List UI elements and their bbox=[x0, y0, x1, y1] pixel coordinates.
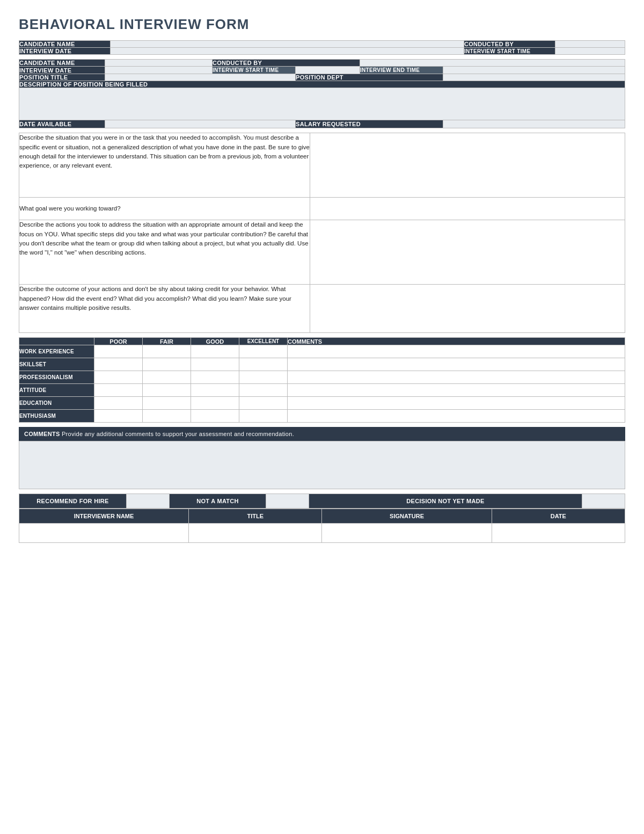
description-input[interactable] bbox=[19, 88, 625, 120]
date-available-input[interactable] bbox=[105, 120, 296, 128]
answer-3[interactable] bbox=[310, 220, 625, 285]
decision-pending-input[interactable] bbox=[582, 494, 625, 509]
not-match-label: NOT A MATCH bbox=[170, 494, 266, 509]
rating-work-fair[interactable] bbox=[143, 345, 191, 358]
rating-row-enthusiasm: ENTHUSIASM bbox=[19, 410, 94, 423]
rating-prof-comments[interactable] bbox=[288, 371, 625, 384]
rating-work-poor[interactable] bbox=[94, 345, 143, 358]
rating-enthusiasm-fair[interactable] bbox=[143, 410, 191, 423]
rating-work-excellent[interactable] bbox=[239, 345, 288, 358]
rating-col-fair: FAIR bbox=[143, 338, 191, 345]
candidate-name-label: CANDIDATE NAME bbox=[19, 41, 111, 48]
sig-title-input[interactable] bbox=[189, 524, 322, 543]
rating-attitude-poor[interactable] bbox=[94, 384, 143, 397]
sig-name-input[interactable] bbox=[19, 524, 189, 543]
interview-start-input[interactable] bbox=[555, 48, 625, 55]
candidate-name-input[interactable] bbox=[111, 41, 464, 48]
rating-skillset-fair[interactable] bbox=[143, 358, 191, 371]
interview-date-input[interactable] bbox=[105, 67, 213, 74]
rating-education-excellent[interactable] bbox=[239, 397, 288, 410]
date-available-label: DATE AVAILABLE bbox=[19, 120, 105, 128]
interview-date-input[interactable] bbox=[111, 48, 464, 55]
recommend-hire-input[interactable] bbox=[127, 494, 170, 509]
rating-skillset-excellent[interactable] bbox=[239, 358, 288, 371]
answer-2[interactable] bbox=[310, 198, 625, 220]
question-2: What goal were you working toward? bbox=[19, 198, 310, 220]
candidate-name-label: CANDIDATE NAME bbox=[19, 60, 105, 67]
rating-skillset-comments[interactable] bbox=[288, 358, 625, 371]
answer-4[interactable] bbox=[310, 285, 625, 333]
rating-prof-poor[interactable] bbox=[94, 371, 143, 384]
rating-work-comments[interactable] bbox=[288, 345, 625, 358]
question-4: Describe the outcome of your actions and… bbox=[19, 285, 310, 333]
rating-attitude-good[interactable] bbox=[191, 384, 239, 397]
rating-prof-excellent[interactable] bbox=[239, 371, 288, 384]
rating-col-poor: POOR bbox=[94, 338, 143, 345]
position-title-input[interactable] bbox=[105, 74, 296, 81]
page-title: BEHAVIORAL INTERVIEW FORM bbox=[19, 16, 625, 33]
rating-attitude-fair[interactable] bbox=[143, 384, 191, 397]
rating-work-good[interactable] bbox=[191, 345, 239, 358]
salary-requested-input[interactable] bbox=[443, 120, 625, 128]
rating-row-professionalism: PROFESSIONALISM bbox=[19, 371, 94, 384]
rating-prof-fair[interactable] bbox=[143, 371, 191, 384]
rating-col-good: GOOD bbox=[191, 338, 239, 345]
salary-requested-label: SALARY REQUESTED bbox=[296, 120, 443, 128]
rating-row-attitude: ATTITUDE bbox=[19, 384, 94, 397]
candidate-name-input[interactable] bbox=[105, 60, 213, 67]
sig-name-header: INTERVIEWER NAME bbox=[19, 509, 189, 524]
question-3: Describe the actions you took to address… bbox=[19, 220, 310, 285]
rating-row-work: WORK EXPERIENCE bbox=[19, 345, 94, 358]
conducted-by-input[interactable] bbox=[360, 60, 625, 67]
comments-description: Provide any additional comments to suppo… bbox=[62, 431, 294, 437]
interview-start-label: INTERVIEW START TIME bbox=[464, 48, 555, 55]
interview-date-label: INTERVIEW DATE bbox=[19, 48, 111, 55]
rating-education-fair[interactable] bbox=[143, 397, 191, 410]
rating-attitude-comments[interactable] bbox=[288, 384, 625, 397]
rating-enthusiasm-comments[interactable] bbox=[288, 410, 625, 423]
comments-input[interactable] bbox=[19, 441, 625, 489]
description-section-label: DESCRIPTION OF POSITION BEING FILLED bbox=[19, 81, 625, 88]
rating-attitude-excellent[interactable] bbox=[239, 384, 288, 397]
rating-education-good[interactable] bbox=[191, 397, 239, 410]
rating-skillset-poor[interactable] bbox=[94, 358, 143, 371]
sig-date-header: DATE bbox=[492, 509, 625, 524]
answer-1[interactable] bbox=[310, 133, 625, 198]
question-1: Describe the situation that you were in … bbox=[19, 133, 310, 198]
comments-section-header: COMMENTS Provide any additional comments… bbox=[19, 427, 625, 441]
rating-row-skillset: SKILLSET bbox=[19, 358, 94, 371]
sig-title-header: TITLE bbox=[189, 509, 322, 524]
rating-skillset-good[interactable] bbox=[191, 358, 239, 371]
sig-date-input[interactable] bbox=[492, 524, 625, 543]
conducted-by-label: CONDUCTED BY bbox=[213, 60, 360, 67]
rating-col-empty bbox=[19, 338, 94, 345]
position-dept-label: POSITION DEPT bbox=[296, 74, 443, 81]
sig-signature-input[interactable] bbox=[322, 524, 492, 543]
rating-prof-good[interactable] bbox=[191, 371, 239, 384]
not-match-input[interactable] bbox=[266, 494, 309, 509]
conducted-by-input[interactable] bbox=[555, 41, 625, 48]
sig-signature-header: SIGNATURE bbox=[322, 509, 492, 524]
rating-enthusiasm-excellent[interactable] bbox=[239, 410, 288, 423]
recommend-hire-label: RECOMMEND FOR HIRE bbox=[19, 494, 127, 509]
rating-row-education: EDUCATION bbox=[19, 397, 94, 410]
rating-enthusiasm-good[interactable] bbox=[191, 410, 239, 423]
interview-date-label: INTERVIEW DATE bbox=[19, 67, 105, 74]
rating-education-poor[interactable] bbox=[94, 397, 143, 410]
interview-end-label: INTERVIEW END TIME bbox=[360, 67, 443, 74]
rating-education-comments[interactable] bbox=[288, 397, 625, 410]
decision-pending-label: DECISION NOT YET MADE bbox=[309, 494, 582, 509]
rating-enthusiasm-poor[interactable] bbox=[94, 410, 143, 423]
rating-col-excellent: EXCELLENT bbox=[239, 338, 288, 345]
interview-start-input[interactable] bbox=[296, 67, 360, 74]
interview-end-input[interactable] bbox=[443, 67, 625, 74]
conducted-by-label: CONDUCTED BY bbox=[464, 41, 555, 48]
rating-col-comments: COMMENTS bbox=[288, 338, 625, 345]
position-title-label: POSITION TITLE bbox=[19, 74, 105, 81]
comments-label: COMMENTS bbox=[24, 431, 60, 437]
interview-start-label: INTERVIEW START TIME bbox=[213, 67, 296, 74]
position-dept-input[interactable] bbox=[443, 74, 625, 81]
